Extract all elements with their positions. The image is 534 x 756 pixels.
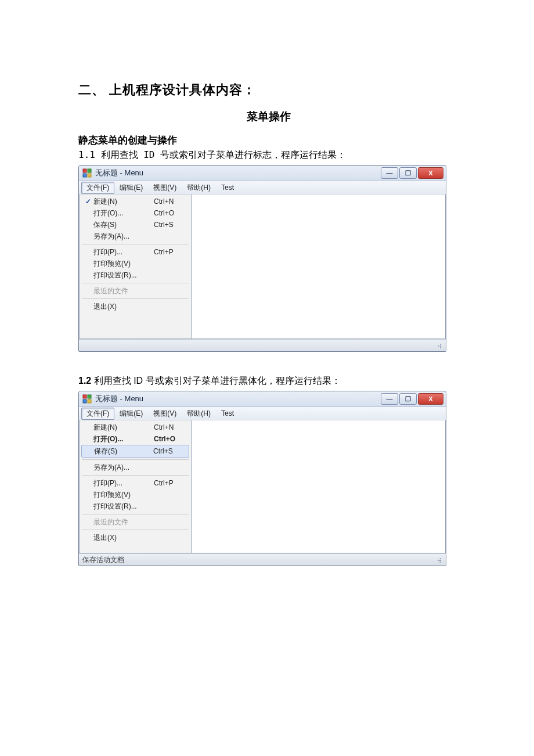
caption-2: 1.2 利用查找 ID 号或索引对子菜单进行黑体化，程序运行结果： [78, 375, 459, 387]
menu-edit[interactable]: 编辑(E) [114, 182, 148, 194]
file-dropdown: ✓新建(N)Ctrl+N 打开(O)...Ctrl+O 保存(S)Ctrl+S … [79, 195, 192, 339]
menu-item-printsetup[interactable]: 打印设置(R)... [81, 269, 190, 281]
separator [82, 244, 189, 244]
menubar: 文件(F) 编辑(E) 视图(V) 帮助(H) Test [79, 407, 446, 420]
window-1: 无标题 - Menu — ❐ X 文件(F) 编辑(E) 视图(V) 帮助(H)… [78, 165, 446, 352]
app-icon [82, 168, 92, 178]
maximize-button[interactable]: ❐ [399, 167, 417, 179]
svg-rect-6 [83, 399, 86, 403]
svg-rect-4 [83, 395, 86, 398]
resize-grip-icon[interactable] [434, 341, 442, 350]
menu-edit[interactable]: 编辑(E) [114, 408, 148, 420]
client-area [192, 195, 446, 339]
maximize-button[interactable]: ❐ [399, 393, 417, 405]
menu-item-open[interactable]: 打开(O)...Ctrl+O [81, 207, 190, 219]
menu-item-open[interactable]: 打开(O)...Ctrl+O [81, 433, 190, 445]
client-area [192, 420, 446, 553]
check-icon: ✓ [83, 197, 93, 206]
menu-item-save[interactable]: 保存(S)Ctrl+S [81, 219, 190, 231]
menu-item-recent: 最近的文件 [81, 285, 190, 297]
menu-help[interactable]: 帮助(H) [182, 408, 216, 420]
file-dropdown: 新建(N)Ctrl+N 打开(O)...Ctrl+O 保存(S)Ctrl+S 另… [79, 420, 192, 553]
menu-item-save[interactable]: 保存(S)Ctrl+S [81, 445, 189, 458]
menu-file[interactable]: 文件(F) [81, 182, 114, 194]
svg-rect-2 [83, 174, 86, 177]
menu-help[interactable]: 帮助(H) [182, 182, 216, 194]
svg-rect-0 [83, 169, 86, 172]
statusbar: 保存活动文档 [79, 553, 446, 566]
menubar: 文件(F) 编辑(E) 视图(V) 帮助(H) Test [79, 181, 446, 195]
svg-rect-5 [88, 395, 91, 398]
menu-item-preview[interactable]: 打印预览(V) [81, 489, 190, 501]
menu-file[interactable]: 文件(F) [81, 408, 114, 420]
content-area: 新建(N)Ctrl+N 打开(O)...Ctrl+O 保存(S)Ctrl+S 另… [79, 420, 446, 553]
app-icon [82, 394, 92, 404]
separator [82, 514, 189, 514]
menu-item-preview[interactable]: 打印预览(V) [81, 258, 190, 269]
window-2: 无标题 - Menu — ❐ X 文件(F) 编辑(E) 视图(V) 帮助(H)… [78, 391, 446, 566]
menu-item-print[interactable]: 打印(P)...Ctrl+P [81, 246, 190, 258]
menu-item-saveas[interactable]: 另存为(A)... [81, 462, 190, 473]
separator [82, 459, 189, 460]
svg-rect-3 [88, 174, 91, 177]
separator [82, 298, 189, 299]
content-area: ✓新建(N)Ctrl+N 打开(O)...Ctrl+O 保存(S)Ctrl+S … [79, 195, 446, 339]
menu-item-new[interactable]: ✓新建(N)Ctrl+N [81, 196, 190, 207]
svg-rect-1 [88, 169, 91, 172]
menu-item-recent: 最近的文件 [81, 516, 190, 528]
section-heading: 二、 上机程序设计具体内容： [78, 81, 459, 99]
separator [82, 283, 189, 283]
window-buttons: — ❐ X [380, 167, 443, 179]
document-page: 二、 上机程序设计具体内容： 菜单操作 静态菜单的创建与操作 1.1 利用查找 … [0, 0, 534, 756]
statusbar [79, 339, 446, 351]
svg-rect-7 [88, 399, 91, 403]
menu-item-saveas[interactable]: 另存为(A)... [81, 231, 190, 242]
titlebar[interactable]: 无标题 - Menu — ❐ X [79, 391, 446, 407]
window-title: 无标题 - Menu [95, 394, 380, 404]
menu-view[interactable]: 视图(V) [148, 182, 182, 194]
menu-item-printsetup[interactable]: 打印设置(R)... [81, 501, 190, 512]
menu-item-exit[interactable]: 退出(X) [81, 532, 190, 543]
window-title: 无标题 - Menu [95, 168, 380, 178]
menu-item-print[interactable]: 打印(P)...Ctrl+P [81, 477, 190, 489]
section-subheading: 菜单操作 [78, 109, 459, 124]
separator [82, 475, 189, 476]
menu-item-new[interactable]: 新建(N)Ctrl+N [81, 422, 190, 433]
minimize-button[interactable]: — [381, 167, 398, 179]
resize-grip-icon[interactable] [434, 556, 442, 564]
subsection-heading: 静态菜单的创建与操作 [78, 134, 459, 147]
menu-item-exit[interactable]: 退出(X) [81, 301, 190, 312]
window-buttons: — ❐ X [380, 393, 443, 405]
separator [82, 530, 189, 530]
status-text: 保存活动文档 [82, 555, 124, 565]
close-button[interactable]: X [418, 167, 443, 179]
caption-1: 1.1 利用查找 ID 号或索引对子菜单进行标志，程序运行结果： [78, 149, 459, 161]
titlebar[interactable]: 无标题 - Menu — ❐ X [79, 165, 446, 181]
close-button[interactable]: X [418, 393, 443, 405]
menu-test[interactable]: Test [216, 408, 239, 419]
menu-test[interactable]: Test [216, 182, 239, 193]
minimize-button[interactable]: — [381, 393, 398, 405]
menu-view[interactable]: 视图(V) [148, 408, 182, 420]
